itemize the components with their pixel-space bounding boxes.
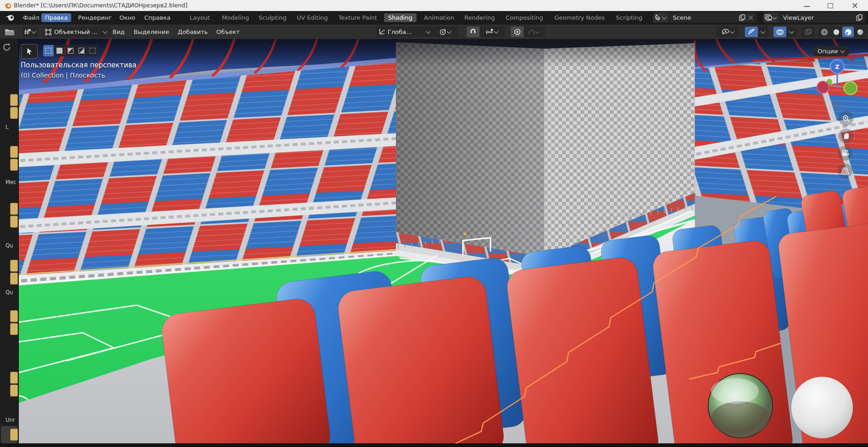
file-browser-panel[interactable]: L Мес Qu Qu Unr: [0, 39, 19, 443]
folder-icon[interactable]: [10, 372, 18, 384]
folder-icon[interactable]: [10, 159, 18, 171]
new-view-layer-icon[interactable]: [856, 14, 862, 21]
camera-icon: [841, 150, 850, 157]
viewport-editor-icon: [24, 28, 31, 35]
tab-compositing[interactable]: Compositing: [502, 13, 547, 22]
gizmo-y-handle[interactable]: [844, 82, 857, 95]
folder-icon[interactable]: [10, 107, 18, 119]
show-overlays-toggle[interactable]: [773, 27, 786, 37]
pan-button[interactable]: [839, 129, 853, 143]
scene-icon[interactable]: [653, 12, 669, 22]
top-menu-bar: Файл Правка Рендеринг Окно Справка Layou…: [0, 11, 868, 24]
menu-window[interactable]: Окно: [116, 13, 139, 22]
mode-dropdown[interactable]: Объектный ...: [42, 27, 111, 37]
folder-icon[interactable]: [10, 385, 18, 397]
folder-icon[interactable]: [10, 310, 18, 322]
file-item-label[interactable]: Qu: [6, 289, 17, 296]
folder-icon[interactable]: [10, 94, 18, 106]
active-tool-tweak-button[interactable]: [21, 44, 38, 59]
tab-animation[interactable]: Animation: [420, 13, 458, 22]
shading-wireframe-button[interactable]: [818, 27, 830, 37]
xray-toggle[interactable]: [802, 27, 815, 37]
menu-edit[interactable]: Правка: [41, 13, 71, 22]
tab-shading[interactable]: Shading: [384, 13, 417, 22]
camera-view-button[interactable]: [838, 146, 852, 161]
gizmo-x-handle[interactable]: [817, 81, 829, 93]
file-item-label[interactable]: Qu: [6, 242, 17, 249]
tab-uv-editing[interactable]: UV Editing: [293, 13, 332, 22]
folder-icon[interactable]: [10, 203, 18, 215]
select-menu[interactable]: Выделение: [130, 28, 172, 37]
orthographic-toggle-button[interactable]: [838, 163, 852, 178]
falloff-dropdown[interactable]: [524, 27, 545, 37]
menu-help[interactable]: Справка: [141, 13, 174, 22]
view-layer-icon[interactable]: [763, 12, 779, 22]
snap-toggle[interactable]: [467, 27, 479, 37]
scene-selector[interactable]: Scene: [653, 12, 757, 22]
show-gizmo-toggle[interactable]: [745, 27, 758, 37]
tab-geometry-nodes[interactable]: Geometry Nodes: [550, 13, 609, 22]
blender-app-icon[interactable]: [6, 14, 15, 22]
tab-scripting[interactable]: Scripting: [612, 13, 647, 22]
object-visibility-dropdown[interactable]: [716, 27, 739, 37]
pivot-point-dropdown[interactable]: [434, 27, 457, 37]
file-item-label[interactable]: Unr: [6, 417, 17, 423]
folder-icon[interactable]: [10, 260, 18, 272]
file-item-label[interactable]: L: [6, 124, 17, 130]
blender-window: Blender* [C:\Users\ПК\Documents\СТАДИОНр…: [0, 0, 868, 447]
add-menu[interactable]: Добавить: [175, 28, 211, 37]
zoom-button[interactable]: [839, 111, 853, 126]
viewport-view-label: Пользовательская перспектива: [21, 61, 136, 69]
status-bar: [0, 443, 868, 447]
view-layer-name[interactable]: ViewLayer: [779, 14, 856, 21]
select-mode-new[interactable]: [43, 45, 54, 56]
selected-file-item[interactable]: [1, 426, 17, 443]
select-mode-subtract[interactable]: [65, 45, 76, 56]
tab-sculpting[interactable]: Sculpting: [254, 13, 291, 22]
menu-file[interactable]: Файл: [19, 13, 43, 22]
transform-orientation-dropdown[interactable]: Глоба...: [376, 27, 434, 37]
gizmo-negz-handle[interactable]: [832, 99, 842, 109]
maximize-button[interactable]: [823, 2, 837, 9]
close-button[interactable]: [848, 2, 862, 9]
snap-settings-dropdown[interactable]: [480, 27, 505, 37]
material-preview-sphere-icon: [845, 28, 852, 36]
select-mode-extend[interactable]: [54, 45, 65, 56]
tab-texture-paint[interactable]: Texture Paint: [334, 13, 381, 22]
new-scene-icon[interactable]: [739, 14, 745, 21]
sidebar-expand-arrow[interactable]: ‹: [862, 65, 868, 75]
view-layer-selector[interactable]: ViewLayer: [763, 12, 865, 22]
gizmo-dropdown[interactable]: [758, 27, 768, 37]
select-mode-buttons: [43, 45, 98, 56]
perspective-grid-icon: [841, 168, 849, 174]
minimize-button[interactable]: [800, 2, 814, 9]
select-mode-invert[interactable]: [76, 45, 87, 56]
tab-modeling[interactable]: Modeling: [218, 13, 253, 22]
unlink-scene-icon[interactable]: [748, 15, 753, 20]
refresh-icon[interactable]: [2, 42, 12, 52]
folder-icon[interactable]: [10, 323, 18, 335]
overlays-dropdown[interactable]: [787, 27, 797, 37]
magnet-icon: [470, 28, 476, 35]
file-item-label[interactable]: Мес: [6, 179, 17, 185]
file-browser-editor-icon[interactable]: [5, 28, 15, 36]
menu-render[interactable]: Рендеринг: [74, 13, 115, 22]
editor-type-dropdown[interactable]: [22, 27, 39, 37]
shading-material-preview-button[interactable]: [842, 27, 854, 37]
proportional-edit-toggle[interactable]: [511, 27, 524, 37]
object-menu[interactable]: Объект: [213, 28, 243, 37]
folder-icon[interactable]: [10, 146, 18, 158]
viewport-canvas[interactable]: [18, 39, 868, 443]
tab-rendering[interactable]: Rendering: [460, 13, 499, 22]
folder-icon[interactable]: [10, 273, 18, 285]
window-title: Blender* [C:\Users\ПК\Documents\СТАДИОНр…: [14, 2, 187, 9]
select-mode-intersect[interactable]: [87, 45, 98, 56]
solid-sphere-icon: [833, 28, 840, 36]
scene-name[interactable]: Scene: [669, 14, 739, 21]
tab-layout[interactable]: Layout: [186, 13, 214, 22]
navigation-gizmo[interactable]: Z: [812, 51, 863, 114]
shading-dropdown[interactable]: [856, 27, 865, 37]
folder-icon[interactable]: [10, 216, 18, 228]
view-menu[interactable]: Вид: [109, 28, 128, 37]
shading-solid-button[interactable]: [830, 27, 842, 37]
